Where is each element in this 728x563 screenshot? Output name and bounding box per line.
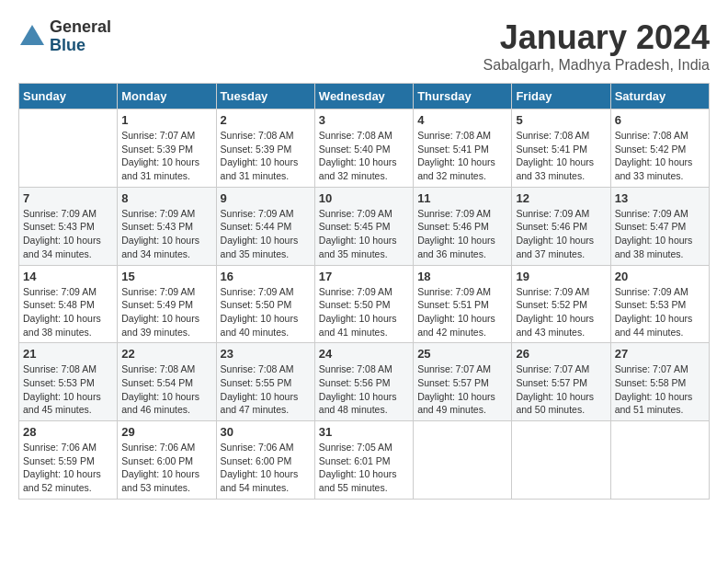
day-cell: 11Sunrise: 7:09 AMSunset: 5:46 PMDayligh… [414, 187, 512, 265]
day-cell: 22Sunrise: 7:08 AMSunset: 5:54 PMDayligh… [118, 343, 216, 421]
cell-info: Sunrise: 7:09 AMSunset: 5:49 PMDaylight:… [121, 285, 211, 339]
day-cell: 18Sunrise: 7:09 AMSunset: 5:51 PMDayligh… [414, 265, 512, 343]
day-number: 22 [121, 347, 211, 361]
cell-info: Sunrise: 7:06 AMSunset: 6:00 PMDaylight:… [221, 441, 311, 495]
cell-info: Sunrise: 7:09 AMSunset: 5:52 PMDaylight:… [516, 285, 606, 339]
day-cell: 3Sunrise: 7:08 AMSunset: 5:40 PMDaylight… [314, 109, 413, 188]
cell-info: Sunrise: 7:09 AMSunset: 5:45 PMDaylight:… [319, 207, 409, 261]
header-cell-saturday: Saturday [610, 84, 709, 109]
day-cell: 15Sunrise: 7:09 AMSunset: 5:49 PMDayligh… [118, 265, 216, 343]
logo: General Blue [18, 18, 111, 55]
day-cell: 9Sunrise: 7:09 AMSunset: 5:44 PMDaylight… [216, 187, 314, 265]
day-cell: 19Sunrise: 7:09 AMSunset: 5:52 PMDayligh… [512, 265, 610, 343]
cell-info: Sunrise: 7:09 AMSunset: 5:46 PMDaylight:… [417, 207, 507, 261]
day-cell: 21Sunrise: 7:08 AMSunset: 5:53 PMDayligh… [19, 343, 118, 421]
day-number: 28 [23, 425, 113, 439]
day-number: 31 [319, 425, 409, 439]
cell-info: Sunrise: 7:07 AMSunset: 5:57 PMDaylight:… [516, 362, 606, 417]
calendar-table: SundayMondayTuesdayWednesdayThursdayFrid… [18, 83, 710, 500]
cell-info: Sunrise: 7:08 AMSunset: 5:41 PMDaylight:… [516, 129, 606, 183]
day-cell: 4Sunrise: 7:08 AMSunset: 5:41 PMDaylight… [414, 109, 512, 188]
day-number: 27 [615, 347, 705, 361]
cell-info: Sunrise: 7:08 AMSunset: 5:42 PMDaylight:… [615, 129, 705, 183]
day-number: 23 [221, 347, 311, 361]
cell-info: Sunrise: 7:09 AMSunset: 5:43 PMDaylight:… [121, 207, 211, 261]
cell-info: Sunrise: 7:07 AMSunset: 5:39 PMDaylight:… [121, 129, 211, 183]
day-cell [414, 421, 512, 500]
day-cell: 17Sunrise: 7:09 AMSunset: 5:50 PMDayligh… [314, 265, 413, 343]
logo-icon [18, 23, 46, 51]
day-number: 25 [417, 347, 507, 361]
day-cell: 26Sunrise: 7:07 AMSunset: 5:57 PMDayligh… [512, 343, 610, 421]
day-number: 15 [121, 270, 211, 283]
day-number: 10 [319, 191, 409, 205]
header: General Blue January 2024 Sabalgarh, Mad… [18, 18, 710, 74]
day-number: 9 [221, 191, 311, 205]
calendar-header: SundayMondayTuesdayWednesdayThursdayFrid… [19, 84, 710, 109]
day-number: 16 [221, 270, 311, 283]
day-number: 2 [221, 113, 311, 127]
cell-info: Sunrise: 7:06 AMSunset: 6:00 PMDaylight:… [121, 441, 211, 495]
day-number: 3 [319, 113, 409, 127]
day-number: 7 [23, 191, 113, 205]
cell-info: Sunrise: 7:09 AMSunset: 5:48 PMDaylight:… [23, 285, 113, 339]
cell-info: Sunrise: 7:07 AMSunset: 5:58 PMDaylight:… [615, 362, 705, 417]
logo-text: General Blue [50, 18, 111, 55]
day-cell: 10Sunrise: 7:09 AMSunset: 5:45 PMDayligh… [314, 187, 413, 265]
cell-info: Sunrise: 7:06 AMSunset: 5:59 PMDaylight:… [23, 441, 113, 495]
day-number: 18 [417, 270, 507, 283]
day-cell: 1Sunrise: 7:07 AMSunset: 5:39 PMDaylight… [118, 109, 216, 188]
cell-info: Sunrise: 7:09 AMSunset: 5:50 PMDaylight:… [221, 285, 311, 339]
cell-info: Sunrise: 7:08 AMSunset: 5:53 PMDaylight:… [23, 362, 113, 417]
day-cell: 16Sunrise: 7:09 AMSunset: 5:50 PMDayligh… [216, 265, 314, 343]
title-area: January 2024 Sabalgarh, Madhya Pradesh, … [483, 18, 710, 74]
day-cell: 5Sunrise: 7:08 AMSunset: 5:41 PMDaylight… [512, 109, 610, 188]
day-cell: 24Sunrise: 7:08 AMSunset: 5:56 PMDayligh… [314, 343, 413, 421]
day-cell: 2Sunrise: 7:08 AMSunset: 5:39 PMDaylight… [216, 109, 314, 188]
day-number: 6 [615, 113, 705, 127]
calendar-body: 1Sunrise: 7:07 AMSunset: 5:39 PMDaylight… [19, 109, 710, 500]
header-cell-thursday: Thursday [414, 84, 512, 109]
day-number: 12 [516, 191, 606, 205]
cell-info: Sunrise: 7:08 AMSunset: 5:56 PMDaylight:… [319, 362, 409, 417]
day-cell: 31Sunrise: 7:05 AMSunset: 6:01 PMDayligh… [314, 421, 413, 500]
header-cell-monday: Monday [118, 84, 216, 109]
day-cell: 13Sunrise: 7:09 AMSunset: 5:47 PMDayligh… [610, 187, 709, 265]
day-number: 5 [516, 113, 606, 127]
day-number: 30 [221, 425, 311, 439]
week-row-4: 28Sunrise: 7:06 AMSunset: 5:59 PMDayligh… [19, 421, 710, 500]
day-cell [610, 421, 709, 500]
cell-info: Sunrise: 7:05 AMSunset: 6:01 PMDaylight:… [319, 441, 409, 495]
day-number: 21 [23, 347, 113, 361]
header-cell-sunday: Sunday [19, 84, 118, 109]
cell-info: Sunrise: 7:07 AMSunset: 5:57 PMDaylight:… [417, 362, 507, 417]
header-cell-wednesday: Wednesday [314, 84, 413, 109]
header-cell-friday: Friday [512, 84, 610, 109]
day-number: 20 [615, 270, 705, 283]
week-row-2: 14Sunrise: 7:09 AMSunset: 5:48 PMDayligh… [19, 265, 710, 343]
logo-general-text: General [50, 18, 111, 37]
header-row: SundayMondayTuesdayWednesdayThursdayFrid… [19, 84, 710, 109]
day-cell: 12Sunrise: 7:09 AMSunset: 5:46 PMDayligh… [512, 187, 610, 265]
cell-info: Sunrise: 7:08 AMSunset: 5:54 PMDaylight:… [121, 362, 211, 417]
day-number: 11 [417, 191, 507, 205]
month-title: January 2024 [483, 18, 710, 57]
day-cell: 28Sunrise: 7:06 AMSunset: 5:59 PMDayligh… [19, 421, 118, 500]
cell-info: Sunrise: 7:09 AMSunset: 5:50 PMDaylight:… [319, 285, 409, 339]
cell-info: Sunrise: 7:09 AMSunset: 5:44 PMDaylight:… [221, 207, 311, 261]
day-number: 4 [417, 113, 507, 127]
day-number: 17 [319, 270, 409, 283]
day-cell: 6Sunrise: 7:08 AMSunset: 5:42 PMDaylight… [610, 109, 709, 188]
location-title: Sabalgarh, Madhya Pradesh, India [483, 57, 710, 74]
week-row-3: 21Sunrise: 7:08 AMSunset: 5:53 PMDayligh… [19, 343, 710, 421]
day-cell [19, 109, 118, 188]
cell-info: Sunrise: 7:08 AMSunset: 5:55 PMDaylight:… [221, 362, 311, 417]
day-cell: 7Sunrise: 7:09 AMSunset: 5:43 PMDaylight… [19, 187, 118, 265]
logo-blue-text: Blue [50, 37, 111, 55]
day-cell [512, 421, 610, 500]
cell-info: Sunrise: 7:09 AMSunset: 5:47 PMDaylight:… [615, 207, 705, 261]
day-number: 26 [516, 347, 606, 361]
cell-info: Sunrise: 7:09 AMSunset: 5:46 PMDaylight:… [516, 207, 606, 261]
day-cell: 29Sunrise: 7:06 AMSunset: 6:00 PMDayligh… [118, 421, 216, 500]
svg-marker-0 [20, 25, 44, 45]
